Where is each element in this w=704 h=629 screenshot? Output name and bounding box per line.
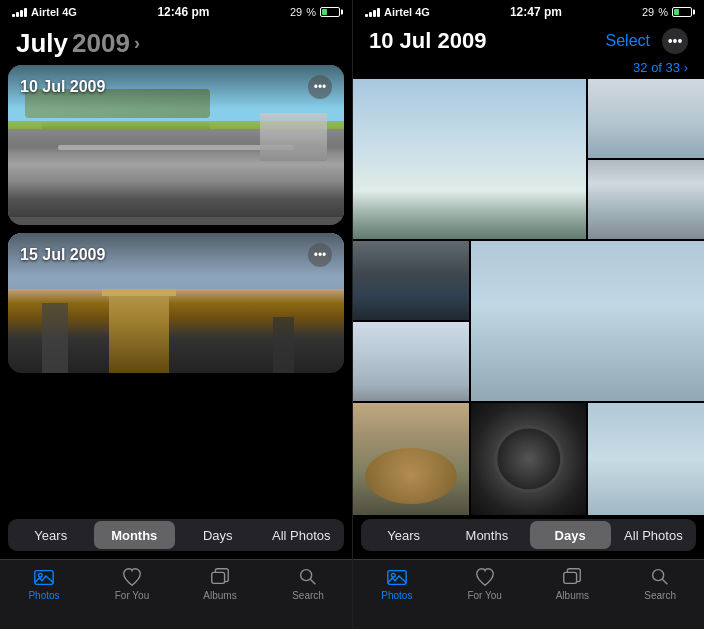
- grid-cell-7[interactable]: [353, 403, 469, 515]
- phone-right: Airtel 4G 12:47 pm 29% 10 Jul 2009 Selec…: [352, 0, 704, 629]
- header-left: July 2009 ›: [0, 24, 352, 65]
- status-left-right: Airtel 4G: [365, 6, 430, 18]
- page-title-right: 10 Jul 2009: [369, 28, 486, 54]
- select-button[interactable]: Select: [606, 32, 650, 50]
- tab-foryou-label-left: For You: [115, 590, 149, 601]
- grid-row-1: [353, 79, 704, 239]
- status-right-right: 29%: [642, 6, 692, 18]
- tab-bar-right: Photos For You Albums: [353, 559, 704, 629]
- tab-foryou-right[interactable]: For You: [441, 566, 529, 601]
- seg-months-left[interactable]: Months: [94, 521, 176, 549]
- card-header-1: 10 Jul 2009 •••: [8, 65, 344, 109]
- month-label: July: [16, 28, 68, 59]
- carrier-label-right: Airtel 4G: [384, 6, 430, 18]
- photo-counter[interactable]: 32 of 33 ›: [633, 60, 688, 75]
- photo-card-1[interactable]: 10 Jul 2009 •••: [8, 65, 344, 225]
- signal-icon-right: [365, 7, 380, 17]
- tab-albums-left[interactable]: Albums: [176, 566, 264, 601]
- year-label: 2009: [72, 28, 130, 59]
- tab-photos-left[interactable]: Photos: [0, 566, 88, 601]
- tab-albums-right[interactable]: Albums: [529, 566, 617, 601]
- grid-cell-4[interactable]: [353, 241, 469, 320]
- grid-row-3: [353, 403, 704, 515]
- status-right: 29%: [290, 6, 340, 18]
- grid-cell-2[interactable]: [588, 79, 704, 158]
- svg-line-9: [662, 579, 667, 584]
- seg-years-right[interactable]: Years: [363, 521, 444, 549]
- segmented-left: Years Months Days All Photos: [8, 519, 344, 551]
- grid-cell-3[interactable]: [588, 160, 704, 239]
- photos-icon-right: [385, 566, 409, 588]
- status-bar-right: Airtel 4G 12:47 pm 29%: [353, 0, 704, 24]
- tab-bar-left: Photos For You Albums: [0, 559, 352, 629]
- counter-row: 32 of 33 ›: [353, 58, 704, 79]
- seg-months-right[interactable]: Months: [446, 521, 527, 549]
- segmented-right: Years Months Days All Photos: [361, 519, 696, 551]
- battery-icon: [320, 7, 340, 17]
- card-date-1: 10 Jul 2009: [20, 78, 105, 96]
- grid-row-2: [353, 241, 704, 401]
- tab-foryou-label-right: For You: [467, 590, 501, 601]
- tab-albums-label-right: Albums: [556, 590, 589, 601]
- battery-pct-right: 29: [642, 6, 654, 18]
- seg-days-right[interactable]: Days: [530, 521, 611, 549]
- photo-grid-container: [353, 79, 704, 515]
- seg-allphotos-right[interactable]: All Photos: [613, 521, 694, 549]
- tab-photos-label-left: Photos: [28, 590, 59, 601]
- svg-point-3: [301, 570, 312, 581]
- photo-list: 10 Jul 2009 ••• 15 Jul 2009 •••: [0, 65, 352, 515]
- tab-photos-right[interactable]: Photos: [353, 566, 441, 601]
- status-bar-left: Airtel 4G 12:46 pm 29%: [0, 0, 352, 24]
- segmented-control-left: Years Months Days All Photos: [0, 515, 352, 555]
- grid-cell-6[interactable]: [471, 241, 704, 401]
- grid-cell-1[interactable]: [353, 79, 586, 239]
- photos-icon: [32, 566, 56, 588]
- tab-search-left[interactable]: Search: [264, 566, 352, 601]
- header-right: 10 Jul 2009 Select •••: [353, 24, 704, 58]
- time-label-right: 12:47 pm: [510, 5, 562, 19]
- time-label: 12:46 pm: [157, 5, 209, 19]
- tab-search-right[interactable]: Search: [616, 566, 704, 601]
- seg-years-left[interactable]: Years: [10, 521, 92, 549]
- tab-search-label-left: Search: [292, 590, 324, 601]
- svg-point-8: [653, 570, 664, 581]
- svg-point-6: [391, 573, 395, 577]
- svg-line-4: [310, 579, 315, 584]
- tab-search-label-right: Search: [644, 590, 676, 601]
- card-menu-2[interactable]: •••: [308, 243, 332, 267]
- grid-cell-5[interactable]: [353, 322, 469, 401]
- seg-allphotos-left[interactable]: All Photos: [261, 521, 343, 549]
- chevron-icon: ›: [134, 33, 140, 54]
- photo-card-2[interactable]: 15 Jul 2009 •••: [8, 233, 344, 373]
- status-left: Airtel 4G: [12, 6, 77, 18]
- foryou-icon-right: [473, 566, 497, 588]
- phone-left: Airtel 4G 12:46 pm 29% July 2009 › 10 Ju…: [0, 0, 352, 629]
- battery-pct-label: 29: [290, 6, 302, 18]
- battery-icon-right: [672, 7, 692, 17]
- search-icon-right: [648, 566, 672, 588]
- foryou-icon: [120, 566, 144, 588]
- grid-cell-8[interactable]: [471, 403, 587, 515]
- tab-photos-label-right: Photos: [381, 590, 412, 601]
- carrier-label: Airtel 4G: [31, 6, 77, 18]
- tab-foryou-left[interactable]: For You: [88, 566, 176, 601]
- albums-icon: [208, 566, 232, 588]
- svg-rect-7: [564, 572, 577, 583]
- seg-days-left[interactable]: Days: [177, 521, 259, 549]
- albums-icon-right: [560, 566, 584, 588]
- photo-grid: [353, 79, 704, 515]
- svg-rect-2: [212, 572, 225, 583]
- tab-albums-label-left: Albums: [203, 590, 236, 601]
- card-header-2: 15 Jul 2009 •••: [8, 233, 344, 277]
- signal-icon: [12, 7, 27, 17]
- grid-cell-9[interactable]: [588, 403, 704, 515]
- svg-point-1: [39, 573, 43, 577]
- card-menu-1[interactable]: •••: [308, 75, 332, 99]
- page-title-left[interactable]: July 2009 ›: [16, 28, 140, 59]
- search-icon-left: [296, 566, 320, 588]
- more-menu-button[interactable]: •••: [662, 28, 688, 54]
- segmented-control-right: Years Months Days All Photos: [353, 515, 704, 555]
- card-date-2: 15 Jul 2009: [20, 246, 105, 264]
- header-actions-right: Select •••: [606, 28, 688, 54]
